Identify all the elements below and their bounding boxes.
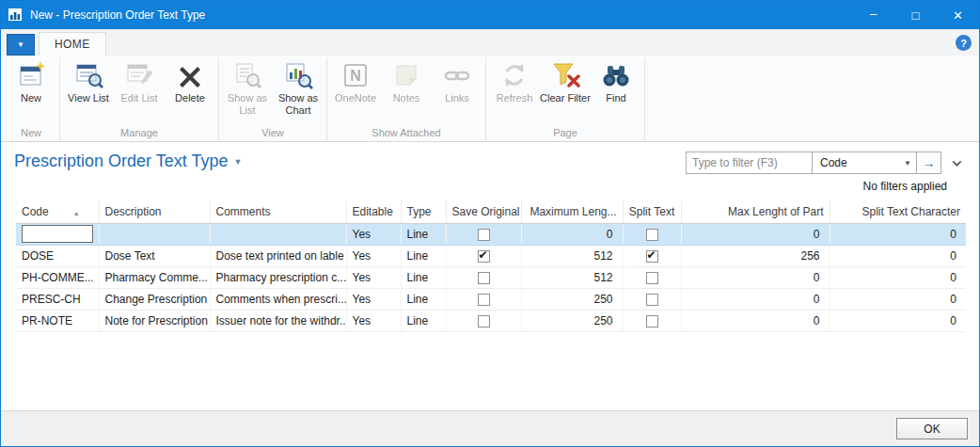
onenote-button[interactable]: N OneNote bbox=[330, 57, 381, 104]
apply-filter-button[interactable]: → bbox=[917, 152, 941, 174]
save-original-checkbox[interactable] bbox=[478, 250, 490, 263]
split-text-checkbox[interactable] bbox=[646, 250, 658, 263]
chevron-down-icon bbox=[952, 157, 961, 167]
save-original-checkbox[interactable] bbox=[478, 272, 490, 284]
split-text-checkbox[interactable] bbox=[646, 229, 658, 241]
cell-type[interactable]: Line bbox=[401, 266, 446, 288]
show-as-list-button[interactable]: Show as List bbox=[222, 57, 273, 116]
cell-type[interactable]: Line bbox=[401, 310, 446, 331]
column-header-max-lenght-of-part[interactable]: Max Lenght of Part bbox=[681, 200, 830, 223]
delete-button[interactable]: Delete bbox=[165, 57, 215, 104]
cell-editable[interactable]: Yes bbox=[346, 310, 401, 331]
refresh-icon bbox=[499, 60, 530, 90]
cell-maximum-length[interactable]: 512 bbox=[521, 266, 623, 288]
cell-description[interactable]: Note for Prescription bbox=[99, 310, 210, 331]
cell-code[interactable]: DOSE bbox=[16, 245, 99, 266]
cell-type[interactable]: Line bbox=[401, 288, 446, 310]
cell-maximum-length[interactable]: 0 bbox=[521, 223, 623, 245]
cell-editable[interactable]: Yes bbox=[346, 288, 401, 310]
cell-description[interactable] bbox=[99, 223, 210, 245]
column-header-save-original[interactable]: Save Original bbox=[446, 200, 521, 223]
minimize-button[interactable]: – bbox=[852, 1, 894, 29]
column-header-split-text[interactable]: Split Text bbox=[623, 200, 681, 223]
cell-maximum-length[interactable]: 250 bbox=[521, 288, 623, 310]
cell-max-lenght-of-part[interactable]: 0 bbox=[681, 223, 830, 245]
tab-home-label: HOME bbox=[55, 38, 90, 51]
page-header: Prescription Order Text Type ▼ Code ▼ → bbox=[1, 142, 979, 174]
cell-code[interactable]: PRESC-CH bbox=[16, 288, 99, 310]
cell-maximum-length[interactable]: 512 bbox=[521, 245, 623, 266]
filter-input[interactable] bbox=[686, 152, 812, 174]
view-list-button[interactable]: View List bbox=[63, 57, 114, 104]
cell-split-text-character[interactable]: 0 bbox=[830, 223, 966, 245]
close-button[interactable]: ✕ bbox=[937, 1, 979, 29]
table-row[interactable]: PH-COMME... Pharmacy Comme... Pharmacy p… bbox=[16, 266, 966, 288]
cell-split-text bbox=[623, 310, 681, 331]
cell-code[interactable] bbox=[16, 223, 99, 245]
notes-button[interactable]: Notes bbox=[381, 57, 432, 104]
cell-editable[interactable]: Yes bbox=[346, 223, 401, 245]
column-label: Description bbox=[105, 205, 162, 218]
column-header-code[interactable]: Code▲ bbox=[16, 200, 99, 223]
svg-text:N: N bbox=[350, 68, 361, 84]
cell-split-text-character[interactable]: 0 bbox=[830, 266, 966, 288]
column-header-editable[interactable]: Editable bbox=[346, 200, 401, 223]
cell-code[interactable]: PR-NOTE bbox=[16, 310, 99, 331]
cell-maximum-length[interactable]: 250 bbox=[521, 310, 623, 331]
group-label-manage: Manage bbox=[63, 126, 215, 141]
cell-description[interactable]: Pharmacy Comme... bbox=[99, 266, 210, 288]
cell-split-text-character[interactable]: 0 bbox=[830, 310, 966, 331]
table-row[interactable]: DOSE Dose Text Dose text printed on labl… bbox=[16, 245, 966, 266]
save-original-checkbox[interactable] bbox=[478, 294, 490, 306]
save-original-checkbox[interactable] bbox=[478, 315, 490, 327]
cell-split-text-character[interactable]: 0 bbox=[830, 245, 966, 266]
cell-comments[interactable]: Pharmacy prescription c... bbox=[210, 266, 346, 288]
cell-split-text bbox=[623, 223, 681, 245]
split-text-checkbox[interactable] bbox=[646, 315, 658, 327]
help-button[interactable]: ? bbox=[956, 35, 972, 51]
cell-type[interactable]: Line bbox=[401, 223, 446, 245]
cell-description[interactable]: Dose Text bbox=[99, 245, 210, 266]
new-button[interactable]: New bbox=[6, 57, 56, 104]
clear-filter-button[interactable]: Clear Filter bbox=[540, 57, 591, 104]
show-as-chart-button[interactable]: Show as Chart bbox=[273, 57, 324, 116]
column-header-description[interactable]: Description bbox=[99, 200, 210, 223]
table-row[interactable]: Yes Line 0 0 0 bbox=[16, 223, 966, 245]
cell-comments[interactable]: Comments when prescri... bbox=[210, 288, 346, 310]
save-original-checkbox[interactable] bbox=[478, 229, 490, 241]
cell-max-lenght-of-part[interactable]: 256 bbox=[681, 245, 830, 266]
links-button[interactable]: Links bbox=[432, 57, 482, 104]
refresh-button[interactable]: Refresh bbox=[489, 57, 540, 104]
cell-max-lenght-of-part[interactable]: 0 bbox=[681, 288, 830, 310]
cell-editable[interactable]: Yes bbox=[346, 266, 401, 288]
cell-type[interactable]: Line bbox=[401, 245, 446, 266]
code-edit-cell[interactable] bbox=[22, 225, 93, 243]
table-row[interactable]: PR-NOTE Note for Prescription Issuer not… bbox=[16, 310, 966, 331]
filter-field-select[interactable]: Code ▼ bbox=[812, 152, 917, 174]
show-as-list-button-label: Show as List bbox=[222, 92, 273, 116]
split-text-checkbox[interactable] bbox=[646, 272, 658, 284]
application-menu-button[interactable]: ▼ bbox=[7, 34, 35, 56]
find-button[interactable]: Find bbox=[591, 57, 641, 104]
cell-comments[interactable]: Dose text printed on lable bbox=[210, 245, 346, 266]
column-header-maximum-length[interactable]: Maximum Leng... bbox=[521, 200, 623, 223]
table-row[interactable]: PRESC-CH Change Prescription Comments wh… bbox=[16, 288, 966, 310]
cell-editable[interactable]: Yes bbox=[346, 245, 401, 266]
split-text-checkbox[interactable] bbox=[646, 294, 658, 306]
tab-home[interactable]: HOME bbox=[39, 32, 106, 56]
cell-comments[interactable]: Issuer note for the withdr... bbox=[210, 310, 346, 331]
cell-code[interactable]: PH-COMME... bbox=[16, 266, 99, 288]
column-header-type[interactable]: Type bbox=[401, 200, 446, 223]
cell-max-lenght-of-part[interactable]: 0 bbox=[681, 310, 830, 331]
column-header-split-text-character[interactable]: Split Text Character bbox=[830, 200, 966, 223]
edit-list-button[interactable]: Edit List bbox=[114, 57, 165, 104]
collapse-filter-pane-button[interactable] bbox=[947, 152, 966, 174]
cell-comments[interactable] bbox=[210, 223, 346, 245]
cell-description[interactable]: Change Prescription bbox=[99, 288, 210, 310]
ok-button[interactable]: OK bbox=[896, 418, 968, 439]
maximize-button[interactable]: □ bbox=[894, 1, 937, 29]
cell-split-text-character[interactable]: 0 bbox=[830, 288, 966, 310]
page-title[interactable]: Prescription Order Text Type ▼ bbox=[14, 152, 242, 171]
column-header-comments[interactable]: Comments bbox=[210, 200, 346, 223]
cell-max-lenght-of-part[interactable]: 0 bbox=[681, 266, 830, 288]
